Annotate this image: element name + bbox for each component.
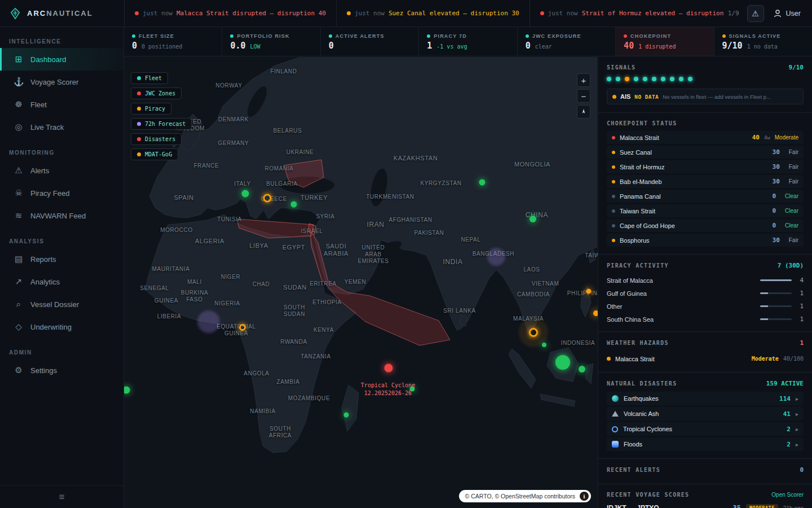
signal-dot — [670, 77, 674, 81]
sidebar-item[interactable]: ◎ Live Track — [0, 116, 123, 138]
sidebar-collapse[interactable]: ≡ — [0, 485, 123, 508]
ais-status-row[interactable]: AIS NO DATA No vessels in fleet — add ve… — [607, 89, 804, 104]
stat-cell[interactable]: SIGNALS ACTIVE 9/10 1 no data — [714, 27, 812, 56]
map-marker[interactable] — [529, 216, 536, 222]
disaster-row[interactable]: Earthquakes 114 ▸ — [607, 392, 804, 405]
legend-label: 72h Forecast — [145, 121, 186, 127]
voyage-row[interactable]: IDJKT → JPTYO 35 MODERATE 21h ago — [607, 502, 804, 508]
disaster-icon — [612, 395, 619, 402]
legend-chip[interactable]: MDAT-GoG — [131, 148, 178, 160]
sidebar-item[interactable]: ⚠ Alerts — [0, 159, 123, 182]
piracy-region: Other — [607, 303, 755, 310]
stat-cell[interactable]: FLEET SIZE 0 0 positioned — [124, 27, 222, 56]
piracy-row[interactable]: Other 1 — [607, 300, 804, 313]
brand[interactable]: ARCNAUTICAL — [0, 7, 124, 20]
ticker-item[interactable]: just now Strait of Hormuz elevated — dis… — [529, 0, 726, 27]
ais-status: NO DATA — [634, 94, 659, 100]
map-marker[interactable] — [263, 194, 272, 203]
disaster-row[interactable]: Tropical Cyclones 2 ▸ — [607, 422, 804, 436]
map-marker[interactable] — [242, 190, 249, 198]
sidebar: INTELLIGENCE ⊞ Dashboard ⚓ Voyage Scorer… — [0, 27, 124, 508]
signal-dot — [616, 77, 620, 81]
disaster-row[interactable]: Floods 2 ▸ — [607, 437, 804, 451]
legend-chip[interactable]: Fleet — [131, 72, 168, 84]
sidebar-item-label: Voyage Scorer — [30, 78, 78, 86]
stat-cell[interactable]: PIRACY 7D 1 -1 vs avg — [419, 27, 517, 56]
ticker-item[interactable]: just now Suez Canal elevated — disruptio… — [336, 0, 529, 27]
legend-chip[interactable]: JWC Zones — [131, 87, 182, 99]
disaster-count: 2 — [787, 441, 791, 448]
signal-dot — [661, 77, 665, 81]
user-menu[interactable]: User — [773, 9, 801, 18]
cyclone-label-line1: Tropical Cyclone — [361, 382, 415, 389]
map-marker[interactable] — [579, 366, 585, 373]
ticker-item[interactable]: just now Malacca Strait disrupted — disr… — [124, 0, 336, 27]
zoom-in-button[interactable]: + — [577, 73, 590, 87]
stat-cell[interactable]: CHOKEPOINT 40 1 disrupted — [616, 27, 714, 56]
sidebar-item[interactable]: ◇ Underwriting — [0, 316, 123, 338]
chokepoint-row[interactable]: Panama Canal 0 Clear — [607, 190, 804, 203]
sidebar-item[interactable]: ⌕ Vessel Dossier — [0, 293, 123, 316]
locate-button[interactable] — [577, 105, 590, 119]
map-marker[interactable] — [593, 310, 598, 316]
sidebar-item[interactable]: ☠ Piracy Feed — [0, 182, 123, 204]
sidebar-item[interactable]: ▤ Reports — [0, 248, 123, 270]
disaster-name: Floods — [624, 441, 782, 448]
sidebar-section-intelligence: INTELLIGENCE ⊞ Dashboard ⚓ Voyage Scorer… — [0, 38, 123, 138]
legend-chip[interactable]: Disasters — [131, 133, 182, 145]
stat-dot — [329, 34, 332, 38]
legend-chip[interactable]: 72h Forecast — [131, 118, 192, 130]
piracy-row[interactable]: Gulf of Guinea 1 — [607, 287, 804, 300]
chokepoint-row[interactable]: Malacca Strait 40 4w Moderate — [607, 131, 804, 144]
weather-row[interactable]: Malacca Strait Moderate 40/100 — [607, 351, 804, 366]
map-marker[interactable] — [529, 328, 538, 337]
sidebar-item[interactable]: ☸ Fleet — [0, 93, 123, 116]
stat-cell[interactable]: PORTFOLIO RISK 0.0 LOW — [222, 27, 320, 56]
map-marker[interactable] — [586, 289, 592, 294]
piracy-row[interactable]: Strait of Malacca 4 — [607, 274, 804, 287]
alert-bell-icon: ⚠ — [752, 9, 759, 18]
stat-cell[interactable]: ACTIVE ALERTS 0 — [321, 27, 419, 56]
sidebar-item[interactable]: ⚓ Voyage Scorer — [0, 71, 123, 93]
stat-cell[interactable]: JWC EXPOSURE 0 clear — [518, 27, 616, 56]
stat-sub: 1 no data — [747, 43, 778, 50]
stat-label: SIGNALS ACTIVE — [729, 33, 781, 39]
world-map[interactable]: FINLANDNORWAYDENMARKUNITED KINGDOMBELARU… — [124, 56, 598, 508]
chokepoint-row[interactable]: Strait of Hormuz 30 Fair — [607, 160, 804, 173]
sidebar-item[interactable]: ⚙ Settings — [0, 359, 123, 382]
map-marker[interactable] — [542, 343, 546, 347]
disaster-row[interactable]: Volcanic Ash 41 ▸ — [607, 407, 804, 421]
sidebar-item-label: Analytics — [30, 278, 60, 286]
map-marker[interactable] — [555, 355, 570, 370]
chokepoint-score: 30 — [773, 163, 780, 170]
stat-label: FLEET SIZE — [139, 33, 174, 39]
zoom-out-button[interactable]: − — [577, 89, 590, 103]
chokepoint-row[interactable]: Suez Canal 30 Fair — [607, 146, 804, 159]
map-marker[interactable] — [239, 324, 246, 331]
open-scorer-link[interactable]: Open Scorer — [771, 492, 804, 498]
sidebar-item[interactable]: ≋ NAVWARN Feed — [0, 204, 123, 227]
sidebar-item[interactable]: ↗ Analytics — [0, 270, 123, 293]
chokepoint-row[interactable]: Cape of Good Hope 0 Clear — [607, 219, 804, 232]
signal-dot — [652, 77, 656, 81]
chokepoint-row[interactable]: Bosphorus 30 Fair — [607, 234, 804, 247]
signal-dot — [688, 77, 692, 81]
map-marker[interactable] — [385, 364, 393, 373]
ticker-time: just now — [548, 10, 578, 17]
legend-chip[interactable]: Piracy — [131, 103, 171, 115]
piracy-row[interactable]: South China Sea 1 — [607, 313, 804, 326]
sidebar-item[interactable]: ⊞ Dashboard — [0, 48, 123, 71]
legend-dot — [137, 91, 141, 95]
sidebar-item-icon: ◎ — [14, 122, 24, 132]
chokepoint-list: Malacca Strait 40 4w Moderate Suez Canal… — [607, 131, 804, 247]
chokepoint-row[interactable]: Bab el-Mandeb 30 Fair — [607, 175, 804, 188]
sidebar-item-icon: ≋ — [14, 211, 24, 221]
map-marker[interactable] — [344, 413, 349, 418]
map-marker[interactable] — [479, 179, 486, 186]
chokepoint-row[interactable]: Taiwan Strait 0 Clear — [607, 204, 804, 217]
stat-label: PORTFOLIO RISK — [237, 33, 289, 39]
piracy-list: Strait of Malacca 4 Gulf of Guinea 1 Oth… — [607, 274, 804, 326]
info-icon[interactable]: i — [580, 492, 589, 501]
alerts-button[interactable]: ⚠ — [747, 5, 764, 22]
map-marker[interactable] — [291, 202, 297, 208]
